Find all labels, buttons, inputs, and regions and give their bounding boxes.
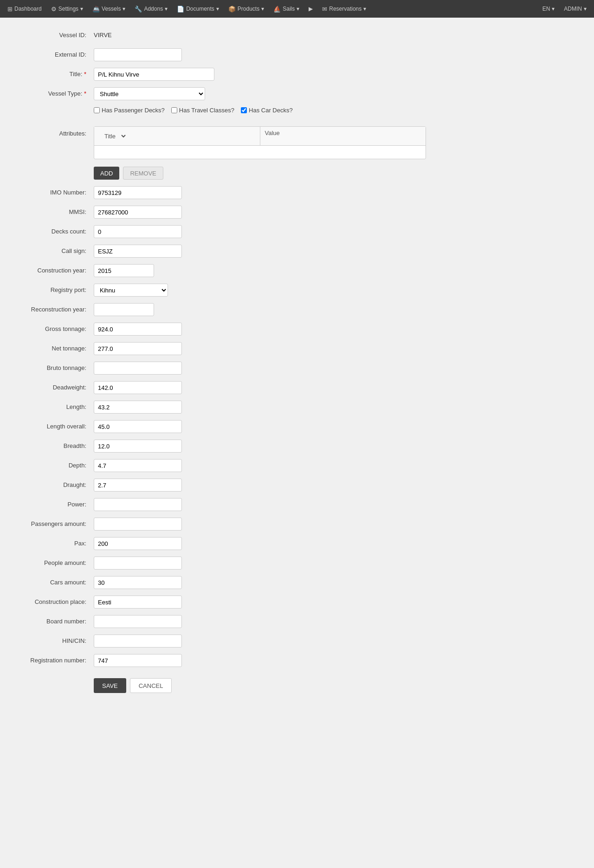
decks-count-label: Decks count: <box>15 225 94 235</box>
pax-label: Pax: <box>15 537 94 547</box>
checkboxes-row: Has Passenger Decks? Has Travel Classes?… <box>15 107 426 120</box>
has-travel-classes-input[interactable] <box>171 107 177 113</box>
lang-dropdown-icon: ▾ <box>552 6 555 12</box>
hin-cin-label: HIN/CIN: <box>15 635 94 644</box>
length-row: Length: <box>15 401 426 414</box>
call-sign-row: Call sign: <box>15 245 426 258</box>
external-id-input[interactable] <box>94 48 182 61</box>
dashboard-icon: ⊞ <box>7 6 13 13</box>
products-icon: 📦 <box>228 6 236 13</box>
draught-label: Draught: <box>15 479 94 488</box>
vessel-options-group: Has Passenger Decks? Has Travel Classes?… <box>94 107 293 114</box>
has-passenger-decks-input[interactable] <box>94 107 100 113</box>
documents-dropdown-icon: ▾ <box>216 6 219 12</box>
breadth-input[interactable] <box>94 440 182 453</box>
length-label: Length: <box>15 401 94 410</box>
attributes-header: Title Value <box>94 127 426 146</box>
form-action-buttons: SAVE CANCEL <box>94 678 172 693</box>
nav-reservations[interactable]: ✉ Reservations ▾ <box>318 4 370 14</box>
nav-products[interactable]: 📦 Products ▾ <box>225 4 268 14</box>
decks-count-input[interactable] <box>94 225 182 238</box>
has-passenger-decks-checkbox[interactable]: Has Passenger Decks? <box>94 107 165 114</box>
has-car-decks-checkbox[interactable]: Has Car Decks? <box>241 107 293 114</box>
gross-tonnage-input[interactable] <box>94 323 182 336</box>
nav-play[interactable]: ▶ <box>305 4 316 14</box>
attributes-label: Attributes: <box>15 126 94 137</box>
construction-place-row: Construction place: <box>15 596 426 609</box>
cars-amount-input[interactable] <box>94 576 182 589</box>
nav-language[interactable]: EN ▾ <box>539 4 559 14</box>
reservations-icon: ✉ <box>322 6 327 13</box>
power-row: Power: <box>15 498 426 511</box>
people-amount-row: People amount: <box>15 557 426 570</box>
attr-value-header: Value <box>260 127 426 145</box>
hin-cin-row: HIN/CIN: <box>15 635 426 648</box>
registry-port-row: Registry port: Kihnu Tallinn Pärnu <box>15 284 426 297</box>
cancel-button[interactable]: CANCEL <box>130 678 172 693</box>
length-input[interactable] <box>94 401 182 414</box>
play-icon: ▶ <box>309 6 313 12</box>
reconstruction-year-input[interactable] <box>94 303 154 316</box>
registry-port-label: Registry port: <box>15 284 94 293</box>
title-input[interactable] <box>94 68 214 81</box>
add-attribute-button[interactable]: ADD <box>94 167 119 180</box>
length-overall-input[interactable] <box>94 420 182 433</box>
settings-dropdown-icon: ▾ <box>80 6 83 12</box>
power-input[interactable] <box>94 498 182 511</box>
nav-sails[interactable]: ⛵ Sails ▾ <box>270 4 303 14</box>
nav-addons[interactable]: 🔧 Addons ▾ <box>131 4 171 14</box>
nav-vessels[interactable]: 🚢 Vessels ▾ <box>89 4 129 14</box>
imo-number-row: IMO Number: <box>15 186 426 199</box>
nav-user[interactable]: ADMIN ▾ <box>560 4 590 14</box>
bruto-tonnage-input[interactable] <box>94 362 182 375</box>
registration-number-label: Registration number: <box>15 654 94 664</box>
deadweight-input[interactable] <box>94 381 182 394</box>
registry-port-select[interactable]: Kihnu Tallinn Pärnu <box>94 284 168 297</box>
cars-amount-label: Cars amount: <box>15 576 94 586</box>
vessel-type-select[interactable]: Shuttle Ferry Catamaran <box>94 87 205 100</box>
vessels-dropdown-icon: ▾ <box>123 6 125 12</box>
call-sign-input[interactable] <box>94 245 182 258</box>
nav-documents[interactable]: 📄 Documents ▾ <box>173 4 223 14</box>
breadth-label: Breadth: <box>15 440 94 449</box>
vessel-id-row: Vessel ID: VIRVE <box>15 29 426 42</box>
length-overall-row: Length overall: <box>15 420 426 433</box>
title-row: Title: * <box>15 68 426 81</box>
breadth-row: Breadth: <box>15 440 426 453</box>
length-overall-label: Length overall: <box>15 420 94 430</box>
passengers-amount-input[interactable] <box>94 518 182 531</box>
net-tonnage-input[interactable] <box>94 342 182 355</box>
decks-count-row: Decks count: <box>15 225 426 238</box>
board-number-input[interactable] <box>94 615 182 628</box>
gross-tonnage-label: Gross tonnage: <box>15 323 94 332</box>
external-id-row: External ID: <box>15 48 426 61</box>
attributes-row: Attributes: Title Value ADD REMOVE <box>15 126 426 180</box>
construction-year-input[interactable] <box>94 264 154 277</box>
people-amount-input[interactable] <box>94 557 182 570</box>
top-navigation: ⊞ Dashboard ⚙ Settings ▾ 🚢 Vessels ▾ 🔧 A… <box>0 0 594 18</box>
mmsi-input[interactable] <box>94 206 182 219</box>
depth-input[interactable] <box>94 459 182 472</box>
gross-tonnage-row: Gross tonnage: <box>15 323 426 336</box>
imo-number-input[interactable] <box>94 186 182 199</box>
hin-cin-input[interactable] <box>94 635 182 648</box>
mmsi-row: MMSI: <box>15 206 426 219</box>
construction-place-input[interactable] <box>94 596 182 609</box>
pax-input[interactable] <box>94 537 182 550</box>
has-car-decks-input[interactable] <box>241 107 247 113</box>
vessel-edit-form: Vessel ID: VIRVE External ID: Title: * V… <box>0 18 441 711</box>
save-button[interactable]: SAVE <box>94 678 126 693</box>
draught-input[interactable] <box>94 479 182 492</box>
addons-icon: 🔧 <box>135 6 142 13</box>
nav-settings[interactable]: ⚙ Settings ▾ <box>47 4 87 14</box>
registration-number-row: Registration number: <box>15 654 426 667</box>
has-travel-classes-checkbox[interactable]: Has Travel Classes? <box>171 107 234 114</box>
attributes-body <box>94 146 426 159</box>
registration-number-input[interactable] <box>94 654 182 667</box>
attr-title-select[interactable]: Title <box>99 130 127 143</box>
remove-attribute-button[interactable]: REMOVE <box>123 167 163 180</box>
power-label: Power: <box>15 498 94 508</box>
reservations-dropdown-icon: ▾ <box>363 6 366 12</box>
construction-year-label: Construction year: <box>15 264 94 274</box>
nav-dashboard[interactable]: ⊞ Dashboard <box>4 4 45 14</box>
